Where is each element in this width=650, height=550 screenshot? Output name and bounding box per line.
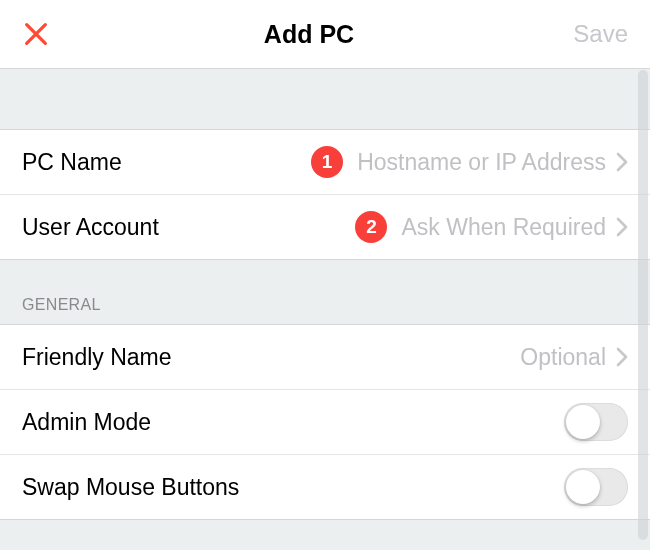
user-account-value: Ask When Required (401, 214, 606, 241)
header-bar: Add PC Save (0, 0, 650, 69)
swap-mouse-toggle[interactable] (564, 468, 628, 506)
toggle-knob (566, 405, 600, 439)
pc-name-value: Hostname or IP Address (357, 149, 606, 176)
connection-section: PC Name 1 Hostname or IP Address User Ac… (0, 129, 650, 260)
toggle-knob (566, 470, 600, 504)
swap-mouse-label: Swap Mouse Buttons (22, 474, 239, 501)
general-section: Friendly Name Optional Admin Mode Swap M… (0, 324, 650, 520)
pc-name-row[interactable]: PC Name 1 Hostname or IP Address (0, 130, 650, 194)
admin-mode-label: Admin Mode (22, 409, 151, 436)
user-account-label: User Account (22, 214, 159, 241)
user-account-row[interactable]: User Account 2 Ask When Required (0, 194, 650, 259)
chevron-right-icon (616, 152, 628, 172)
chevron-right-icon (616, 347, 628, 367)
scrollbar[interactable] (638, 70, 648, 540)
section-spacer (0, 69, 650, 129)
friendly-name-row[interactable]: Friendly Name Optional (0, 325, 650, 389)
chevron-right-icon (616, 217, 628, 237)
callout-badge-2: 2 (355, 211, 387, 243)
admin-mode-row: Admin Mode (0, 389, 650, 454)
save-button[interactable]: Save (568, 20, 628, 48)
admin-mode-toggle[interactable] (564, 403, 628, 441)
callout-badge-1: 1 (311, 146, 343, 178)
close-icon[interactable] (22, 20, 50, 48)
swap-mouse-row: Swap Mouse Buttons (0, 454, 650, 519)
page-title: Add PC (50, 20, 568, 49)
pc-name-label: PC Name (22, 149, 122, 176)
general-section-header: GENERAL (0, 260, 650, 324)
friendly-name-label: Friendly Name (22, 344, 172, 371)
friendly-name-value: Optional (520, 344, 606, 371)
add-pc-screen: Add PC Save PC Name 1 Hostname or IP Add… (0, 0, 650, 550)
